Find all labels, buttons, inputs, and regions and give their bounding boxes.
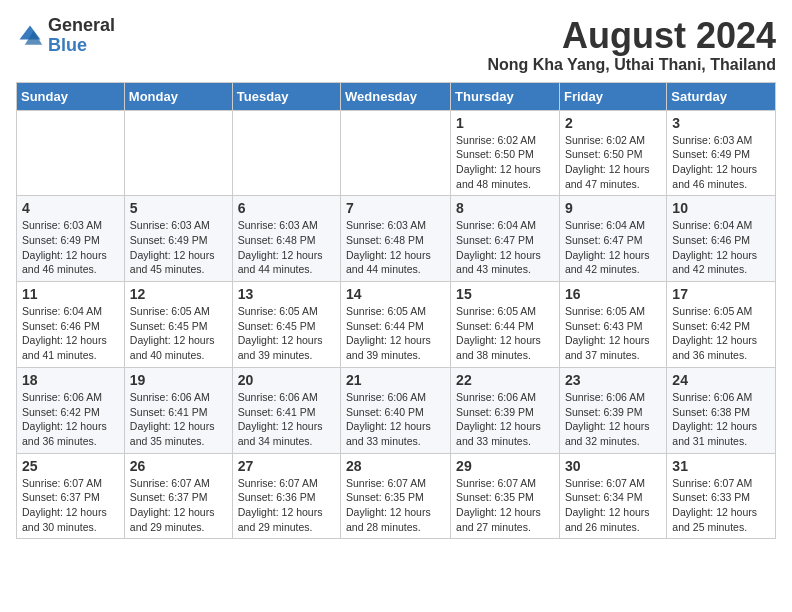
calendar-cell: 26Sunrise: 6:07 AMSunset: 6:37 PMDayligh…	[124, 453, 232, 539]
calendar-cell: 24Sunrise: 6:06 AMSunset: 6:38 PMDayligh…	[667, 367, 776, 453]
header-friday: Friday	[559, 82, 666, 110]
header-wednesday: Wednesday	[341, 82, 451, 110]
cell-info: Sunrise: 6:03 AMSunset: 6:49 PMDaylight:…	[672, 133, 770, 192]
calendar-cell: 8Sunrise: 6:04 AMSunset: 6:47 PMDaylight…	[451, 196, 560, 282]
calendar-week-2: 4Sunrise: 6:03 AMSunset: 6:49 PMDaylight…	[17, 196, 776, 282]
cell-date: 11	[22, 286, 119, 302]
calendar-week-1: 1Sunrise: 6:02 AMSunset: 6:50 PMDaylight…	[17, 110, 776, 196]
calendar-cell: 17Sunrise: 6:05 AMSunset: 6:42 PMDayligh…	[667, 282, 776, 368]
header-monday: Monday	[124, 82, 232, 110]
cell-date: 9	[565, 200, 661, 216]
cell-date: 7	[346, 200, 445, 216]
cell-date: 13	[238, 286, 335, 302]
cell-info: Sunrise: 6:04 AMSunset: 6:46 PMDaylight:…	[22, 304, 119, 363]
cell-date: 19	[130, 372, 227, 388]
cell-info: Sunrise: 6:06 AMSunset: 6:42 PMDaylight:…	[22, 390, 119, 449]
logo-blue: Blue	[48, 36, 115, 56]
calendar-cell: 15Sunrise: 6:05 AMSunset: 6:44 PMDayligh…	[451, 282, 560, 368]
header-saturday: Saturday	[667, 82, 776, 110]
cell-date: 14	[346, 286, 445, 302]
calendar-cell	[17, 110, 125, 196]
header: General Blue August 2024 Nong Kha Yang, …	[16, 16, 776, 74]
logo: General Blue	[16, 16, 115, 56]
calendar-cell: 9Sunrise: 6:04 AMSunset: 6:47 PMDaylight…	[559, 196, 666, 282]
cell-info: Sunrise: 6:06 AMSunset: 6:39 PMDaylight:…	[565, 390, 661, 449]
cell-date: 25	[22, 458, 119, 474]
cell-date: 3	[672, 115, 770, 131]
cell-date: 28	[346, 458, 445, 474]
cell-date: 23	[565, 372, 661, 388]
cell-date: 27	[238, 458, 335, 474]
calendar-cell	[341, 110, 451, 196]
cell-info: Sunrise: 6:07 AMSunset: 6:33 PMDaylight:…	[672, 476, 770, 535]
calendar-cell: 3Sunrise: 6:03 AMSunset: 6:49 PMDaylight…	[667, 110, 776, 196]
calendar-cell	[124, 110, 232, 196]
logo-general: General	[48, 16, 115, 36]
cell-date: 20	[238, 372, 335, 388]
calendar-cell: 5Sunrise: 6:03 AMSunset: 6:49 PMDaylight…	[124, 196, 232, 282]
cell-info: Sunrise: 6:07 AMSunset: 6:37 PMDaylight:…	[22, 476, 119, 535]
cell-date: 6	[238, 200, 335, 216]
cell-date: 31	[672, 458, 770, 474]
cell-info: Sunrise: 6:07 AMSunset: 6:36 PMDaylight:…	[238, 476, 335, 535]
calendar-cell: 28Sunrise: 6:07 AMSunset: 6:35 PMDayligh…	[341, 453, 451, 539]
header-tuesday: Tuesday	[232, 82, 340, 110]
cell-date: 8	[456, 200, 554, 216]
calendar-cell: 27Sunrise: 6:07 AMSunset: 6:36 PMDayligh…	[232, 453, 340, 539]
cell-date: 22	[456, 372, 554, 388]
calendar-header-row: SundayMondayTuesdayWednesdayThursdayFrid…	[17, 82, 776, 110]
cell-info: Sunrise: 6:07 AMSunset: 6:34 PMDaylight:…	[565, 476, 661, 535]
cell-date: 1	[456, 115, 554, 131]
calendar-cell: 13Sunrise: 6:05 AMSunset: 6:45 PMDayligh…	[232, 282, 340, 368]
title-section: August 2024 Nong Kha Yang, Uthai Thani, …	[487, 16, 776, 74]
calendar-cell: 23Sunrise: 6:06 AMSunset: 6:39 PMDayligh…	[559, 367, 666, 453]
cell-info: Sunrise: 6:03 AMSunset: 6:48 PMDaylight:…	[346, 218, 445, 277]
cell-date: 26	[130, 458, 227, 474]
cell-info: Sunrise: 6:05 AMSunset: 6:44 PMDaylight:…	[456, 304, 554, 363]
cell-info: Sunrise: 6:03 AMSunset: 6:49 PMDaylight:…	[130, 218, 227, 277]
cell-date: 18	[22, 372, 119, 388]
cell-info: Sunrise: 6:04 AMSunset: 6:46 PMDaylight:…	[672, 218, 770, 277]
calendar-cell: 20Sunrise: 6:06 AMSunset: 6:41 PMDayligh…	[232, 367, 340, 453]
calendar-week-5: 25Sunrise: 6:07 AMSunset: 6:37 PMDayligh…	[17, 453, 776, 539]
main-title: August 2024	[487, 16, 776, 56]
calendar-cell	[232, 110, 340, 196]
cell-info: Sunrise: 6:05 AMSunset: 6:45 PMDaylight:…	[130, 304, 227, 363]
cell-info: Sunrise: 6:04 AMSunset: 6:47 PMDaylight:…	[456, 218, 554, 277]
calendar-cell: 14Sunrise: 6:05 AMSunset: 6:44 PMDayligh…	[341, 282, 451, 368]
cell-date: 21	[346, 372, 445, 388]
calendar-cell: 18Sunrise: 6:06 AMSunset: 6:42 PMDayligh…	[17, 367, 125, 453]
calendar-week-4: 18Sunrise: 6:06 AMSunset: 6:42 PMDayligh…	[17, 367, 776, 453]
cell-info: Sunrise: 6:06 AMSunset: 6:38 PMDaylight:…	[672, 390, 770, 449]
logo-icon	[16, 22, 44, 50]
logo-text: General Blue	[48, 16, 115, 56]
cell-info: Sunrise: 6:07 AMSunset: 6:35 PMDaylight:…	[456, 476, 554, 535]
cell-info: Sunrise: 6:05 AMSunset: 6:43 PMDaylight:…	[565, 304, 661, 363]
cell-date: 30	[565, 458, 661, 474]
calendar-cell: 19Sunrise: 6:06 AMSunset: 6:41 PMDayligh…	[124, 367, 232, 453]
cell-date: 10	[672, 200, 770, 216]
calendar-cell: 22Sunrise: 6:06 AMSunset: 6:39 PMDayligh…	[451, 367, 560, 453]
calendar-cell: 30Sunrise: 6:07 AMSunset: 6:34 PMDayligh…	[559, 453, 666, 539]
cell-date: 15	[456, 286, 554, 302]
header-sunday: Sunday	[17, 82, 125, 110]
cell-date: 12	[130, 286, 227, 302]
calendar-cell: 16Sunrise: 6:05 AMSunset: 6:43 PMDayligh…	[559, 282, 666, 368]
calendar-cell: 21Sunrise: 6:06 AMSunset: 6:40 PMDayligh…	[341, 367, 451, 453]
cell-info: Sunrise: 6:07 AMSunset: 6:35 PMDaylight:…	[346, 476, 445, 535]
calendar-cell: 1Sunrise: 6:02 AMSunset: 6:50 PMDaylight…	[451, 110, 560, 196]
header-thursday: Thursday	[451, 82, 560, 110]
calendar-cell: 10Sunrise: 6:04 AMSunset: 6:46 PMDayligh…	[667, 196, 776, 282]
cell-date: 4	[22, 200, 119, 216]
calendar-cell: 25Sunrise: 6:07 AMSunset: 6:37 PMDayligh…	[17, 453, 125, 539]
cell-info: Sunrise: 6:07 AMSunset: 6:37 PMDaylight:…	[130, 476, 227, 535]
calendar-cell: 2Sunrise: 6:02 AMSunset: 6:50 PMDaylight…	[559, 110, 666, 196]
cell-info: Sunrise: 6:05 AMSunset: 6:42 PMDaylight:…	[672, 304, 770, 363]
calendar-week-3: 11Sunrise: 6:04 AMSunset: 6:46 PMDayligh…	[17, 282, 776, 368]
cell-info: Sunrise: 6:06 AMSunset: 6:41 PMDaylight:…	[130, 390, 227, 449]
calendar-cell: 4Sunrise: 6:03 AMSunset: 6:49 PMDaylight…	[17, 196, 125, 282]
cell-info: Sunrise: 6:06 AMSunset: 6:40 PMDaylight:…	[346, 390, 445, 449]
calendar-table: SundayMondayTuesdayWednesdayThursdayFrid…	[16, 82, 776, 540]
subtitle: Nong Kha Yang, Uthai Thani, Thailand	[487, 56, 776, 74]
calendar-cell: 6Sunrise: 6:03 AMSunset: 6:48 PMDaylight…	[232, 196, 340, 282]
